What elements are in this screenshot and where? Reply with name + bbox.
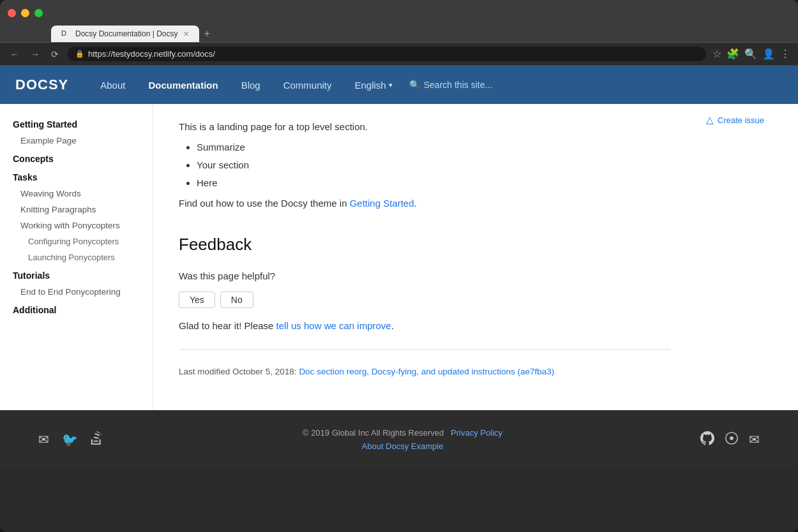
about-docsy-link[interactable]: About Docsy Example	[303, 441, 502, 451]
kubernetes-footer-icon[interactable]	[725, 431, 739, 448]
maximize-button[interactable]	[34, 9, 43, 17]
sidebar-item-working-with-ponycopters[interactable]: Working with Ponycopters	[0, 218, 153, 233]
feedback-buttons: Yes No	[179, 292, 670, 308]
footer-center: © 2019 Global Inc All Rights Reserved Pr…	[303, 428, 502, 451]
list-item: Summarize	[197, 140, 670, 155]
improve-link[interactable]: tell us how we can improve	[276, 320, 391, 331]
add-tab-button[interactable]: +	[199, 28, 215, 40]
getting-started-link[interactable]: Getting Started	[350, 198, 414, 209]
main-nav: About Documentation Blog Community Engli…	[89, 66, 783, 104]
sidebar-item-tutorials[interactable]: Tutorials	[0, 265, 153, 284]
feedback-title: Feedback	[179, 232, 670, 258]
stackoverflow-icon[interactable]	[91, 431, 105, 448]
sidebar-item-launching-ponycopters[interactable]: Launching Ponycopters	[0, 249, 153, 265]
list-item: Here	[197, 175, 670, 191]
search-bar[interactable]: 🔍 Search this site...	[409, 80, 492, 90]
sidebar-item-weaving-words[interactable]: Weaving Words	[0, 186, 153, 202]
close-button[interactable]	[8, 9, 16, 17]
email-icon[interactable]: ✉	[38, 432, 49, 447]
tab-bar: D Docsy Documentation | Docsy ✕ +	[0, 26, 798, 43]
feedback-section: Feedback Was this page helpful? Yes No G…	[179, 232, 670, 334]
svg-point-1	[730, 436, 734, 440]
lock-icon: 🔒	[75, 50, 84, 58]
github-icon: △	[706, 114, 714, 126]
site-logo[interactable]: DOCSY	[15, 77, 68, 93]
active-tab[interactable]: D Docsy Documentation | Docsy ✕	[51, 26, 199, 42]
no-button[interactable]: No	[220, 292, 253, 308]
browser-titlebar	[0, 0, 798, 26]
sidebar-item-configuring-ponycopters[interactable]: Configuring Ponycopters	[0, 233, 153, 249]
address-bar-container: ← → ⟳ 🔒 https://testydocsy.netlify.com/d…	[0, 43, 798, 66]
chevron-down-icon: ▾	[389, 81, 393, 89]
right-rail: △ Create issue	[696, 104, 798, 410]
nav-about[interactable]: About	[89, 66, 137, 104]
feedback-question: Was this page helpful?	[179, 269, 670, 284]
create-issue-label: Create issue	[718, 115, 764, 125]
sidebar-item-knitting-paragraphs[interactable]: Knitting Paragraphs	[0, 202, 153, 218]
email-footer-icon[interactable]: ✉	[749, 432, 760, 447]
sidebar-item-end-to-end[interactable]: End to End Ponycoptering	[0, 284, 153, 300]
profile-icon[interactable]: 👤	[762, 48, 775, 60]
find-out-text: Find out how to use the Docsy theme in G…	[179, 196, 670, 211]
nav-blog[interactable]: Blog	[230, 66, 272, 104]
yes-button[interactable]: Yes	[179, 292, 215, 308]
footer-right-icons: ✉	[700, 431, 760, 448]
list-item: Your section	[197, 158, 670, 173]
intro-text: This is a landing page for a top level s…	[179, 119, 670, 135]
page-content: DOCSY About Documentation Blog Community…	[0, 66, 798, 469]
footer-left-icons: ✉ 🐦	[38, 431, 105, 448]
commit-link[interactable]: Doc section reorg, Docsy-fying, and upda…	[299, 367, 554, 376]
create-issue-link[interactable]: △ Create issue	[706, 114, 788, 126]
minimize-button[interactable]	[21, 9, 29, 17]
tab-favicon: D	[61, 29, 70, 38]
extensions-icon[interactable]: 🧩	[726, 48, 739, 60]
site-footer: ✉ 🐦 © 2019 Global Inc All Rights Reserve…	[0, 410, 798, 469]
nav-documentation[interactable]: Documentation	[137, 66, 229, 104]
back-button[interactable]: ←	[8, 48, 22, 61]
bookmark-icon[interactable]: ☆	[712, 48, 721, 60]
twitter-icon[interactable]: 🐦	[62, 432, 78, 447]
url-input[interactable]: 🔒 https://testydocsy.netlify.com/docs/	[68, 47, 706, 61]
bullet-list: Summarize Your section Here	[197, 140, 670, 191]
sidebar: Getting Started Example Page Concepts Ta…	[0, 104, 153, 410]
body-layout: Getting Started Example Page Concepts Ta…	[0, 104, 798, 410]
nav-english[interactable]: English ▾	[343, 66, 404, 104]
sidebar-item-getting-started[interactable]: Getting Started	[0, 114, 153, 133]
close-tab-icon[interactable]: ✕	[183, 30, 189, 38]
menu-icon[interactable]: ⋮	[780, 48, 790, 60]
sidebar-item-tasks[interactable]: Tasks	[0, 167, 153, 186]
github-footer-icon[interactable]	[700, 431, 714, 448]
sidebar-item-additional[interactable]: Additional	[0, 300, 153, 318]
nav-community[interactable]: Community	[272, 66, 343, 104]
search-icon[interactable]: 🔍	[744, 48, 757, 60]
forward-button[interactable]: →	[28, 48, 42, 61]
refresh-button[interactable]: ⟳	[49, 48, 61, 61]
last-modified: Last modified October 5, 2018: Doc secti…	[179, 365, 670, 379]
site-header: DOCSY About Documentation Blog Community…	[0, 66, 798, 104]
tab-title: Docsy Documentation | Docsy	[75, 29, 178, 38]
copyright-text: © 2019 Global Inc All Rights Reserved Pr…	[303, 428, 502, 438]
search-placeholder: Search this site...	[424, 80, 492, 90]
divider	[179, 349, 670, 350]
privacy-policy-link[interactable]: Privacy Policy	[451, 428, 502, 438]
url-text: https://testydocsy.netlify.com/docs/	[88, 49, 215, 59]
browser-toolbar-icons: ☆ 🧩 🔍 👤 ⋮	[712, 48, 790, 60]
main-content: This is a landing page for a top level s…	[153, 104, 696, 410]
search-icon: 🔍	[409, 80, 420, 90]
sidebar-item-example-page[interactable]: Example Page	[0, 133, 153, 149]
feedback-message: Glad to hear it! Please tell us how we c…	[179, 318, 670, 334]
sidebar-item-concepts[interactable]: Concepts	[0, 149, 153, 167]
